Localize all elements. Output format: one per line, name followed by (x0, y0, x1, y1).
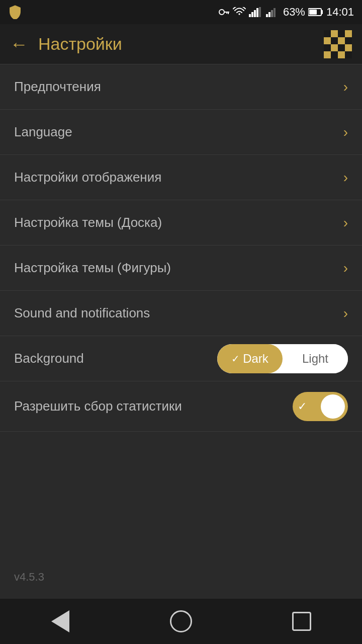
toggle-thumb (321, 394, 345, 419)
svg-rect-27 (338, 44, 345, 51)
dark-option[interactable]: ✓ Dark (217, 344, 283, 373)
home-circle-icon (170, 610, 192, 632)
status-bar-left (8, 5, 215, 19)
svg-point-0 (219, 10, 224, 15)
board-theme-label: Настройка темы (Доска) (14, 215, 162, 230)
chevron-icon-preferences: › (343, 79, 348, 95)
svg-rect-6 (254, 10, 256, 17)
clock: 14:01 (326, 6, 354, 19)
background-label: Background (14, 351, 84, 366)
svg-rect-11 (271, 10, 273, 17)
chevron-icon-pieces: › (343, 260, 348, 276)
svg-rect-5 (251, 12, 253, 17)
svg-rect-25 (324, 44, 331, 51)
nav-home-button[interactable] (161, 606, 201, 636)
header: ← Настройки (0, 24, 362, 64)
svg-rect-14 (321, 10, 323, 14)
svg-rect-20 (345, 30, 352, 37)
light-option[interactable]: Light (283, 344, 348, 373)
svg-rect-1 (224, 12, 229, 13)
svg-rect-22 (331, 37, 338, 44)
svg-rect-23 (338, 37, 345, 44)
background-toggle[interactable]: ✓ Dark Light (217, 344, 348, 373)
display-label: Настройки отображения (14, 170, 161, 185)
svg-rect-17 (324, 30, 331, 37)
settings-item-board-theme[interactable]: Настройка темы (Доска) › (0, 200, 362, 246)
svg-rect-7 (256, 8, 258, 17)
svg-rect-19 (338, 30, 345, 37)
svg-rect-21 (324, 37, 331, 44)
settings-item-pieces-theme[interactable]: Настройка темы (Фигуры) › (0, 246, 362, 291)
settings-item-sound[interactable]: Sound and notifications › (0, 291, 362, 336)
bottom-nav (0, 599, 362, 644)
svg-rect-3 (226, 13, 227, 14)
check-icon: ✓ (231, 353, 240, 365)
light-label: Light (302, 352, 328, 366)
status-bar-right: 63% 14:01 (219, 6, 354, 19)
toggle-check-icon: ✓ (298, 400, 307, 413)
stats-setting: Разрешить сбор статистики ✓ (0, 381, 362, 432)
svg-rect-12 (274, 8, 276, 17)
settings-item-preferences[interactable]: Предпочтения › (0, 64, 362, 110)
svg-rect-26 (331, 44, 338, 51)
nav-recent-button[interactable] (282, 606, 322, 636)
key-icon (219, 8, 230, 16)
shield-icon (8, 5, 22, 19)
stats-label: Разрешить сбор статистики (14, 398, 182, 414)
chess-board-icon (324, 30, 352, 58)
signal2-icon (266, 7, 280, 17)
settings-list: Предпочтения › Language › Настройки отоб… (0, 64, 362, 599)
language-label: Language (14, 124, 72, 140)
battery-icon (308, 8, 323, 17)
status-bar: 63% 14:01 (0, 0, 362, 24)
chevron-icon-language: › (343, 124, 348, 140)
chevron-icon-board: › (343, 215, 348, 231)
recent-square-icon (292, 612, 311, 631)
version-label: v4.5.3 (14, 571, 44, 584)
dark-label: Dark (243, 352, 268, 366)
sound-label: Sound and notifications (14, 305, 150, 321)
signal-icon (249, 7, 263, 17)
back-button[interactable]: ← (10, 35, 28, 53)
nav-back-button[interactable] (40, 606, 80, 636)
stats-toggle[interactable]: ✓ (293, 392, 348, 421)
svg-rect-8 (259, 7, 261, 17)
svg-rect-10 (268, 12, 270, 17)
battery-percent: 63% (283, 6, 305, 19)
svg-rect-24 (345, 37, 352, 44)
svg-rect-29 (324, 51, 331, 58)
svg-rect-2 (228, 13, 229, 14)
pieces-theme-label: Настройка темы (Фигуры) (14, 260, 171, 276)
chevron-icon-display: › (343, 170, 348, 186)
svg-rect-30 (331, 51, 338, 58)
svg-rect-32 (345, 51, 352, 58)
version-section: v4.5.3 (0, 432, 362, 599)
svg-rect-9 (266, 14, 268, 17)
svg-rect-31 (338, 51, 345, 58)
wifi-icon (233, 7, 246, 17)
svg-rect-15 (309, 10, 317, 15)
page-title: Настройки (38, 34, 324, 54)
chevron-icon-sound: › (343, 305, 348, 321)
svg-rect-18 (331, 30, 338, 37)
svg-rect-4 (249, 14, 251, 17)
back-triangle-icon (51, 610, 69, 632)
svg-rect-28 (345, 44, 352, 51)
background-setting: Background ✓ Dark Light (0, 336, 362, 381)
settings-item-language[interactable]: Language › (0, 110, 362, 155)
settings-item-display[interactable]: Настройки отображения › (0, 155, 362, 200)
preferences-label: Предпочтения (14, 79, 101, 95)
